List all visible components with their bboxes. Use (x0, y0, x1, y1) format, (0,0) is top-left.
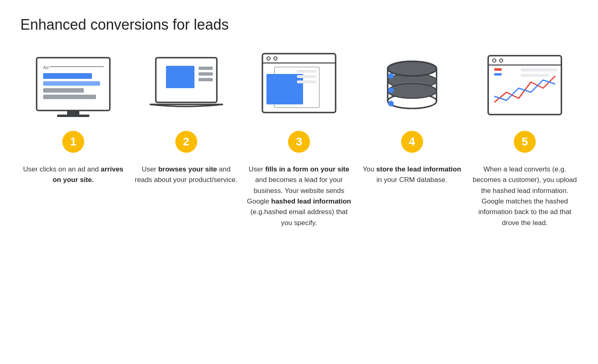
step-4-icon (375, 50, 449, 127)
svg-rect-10 (166, 66, 194, 88)
svg-rect-23 (297, 80, 316, 83)
svg-point-34 (388, 101, 394, 106)
step-2-icon (142, 50, 231, 127)
step-3-icon (254, 50, 344, 127)
step-1-badge: 1 (62, 131, 84, 153)
svg-rect-4 (43, 81, 100, 86)
step-1-text: User clicks on an ad and arrives on your… (20, 164, 126, 186)
svg-rect-21 (297, 70, 316, 73)
svg-point-18 (274, 57, 277, 60)
svg-rect-41 (494, 68, 502, 71)
step-5: 5 When a lead converts (e.g. becomes a c… (472, 50, 578, 228)
step-5-badge: 5 (514, 131, 536, 153)
step-2-text: User browses your site and reads about y… (133, 164, 239, 186)
step-4-badge: 4 (401, 131, 423, 153)
step-5-icon (480, 50, 570, 127)
step-2-badge: 2 (175, 131, 197, 153)
svg-rect-13 (199, 78, 213, 81)
step-5-text: When a lead converts (e.g. becomes a cus… (472, 164, 578, 228)
step-3-text: User fills in a form on your site and be… (246, 164, 352, 228)
svg-rect-11 (199, 67, 213, 70)
svg-rect-22 (297, 75, 316, 78)
svg-point-17 (267, 57, 270, 60)
svg-point-30 (388, 84, 436, 98)
svg-rect-39 (521, 68, 557, 72)
svg-point-38 (500, 59, 503, 62)
step-3-badge: 3 (288, 131, 310, 153)
svg-rect-20 (266, 74, 303, 104)
step-2: 2 User browses your site and reads about… (133, 50, 239, 186)
svg-point-37 (493, 59, 496, 62)
step-1-icon: Ad (28, 50, 118, 127)
svg-rect-6 (43, 95, 96, 99)
svg-point-31 (388, 61, 436, 76)
page-title: Enhanced conversions for leads (20, 16, 578, 33)
svg-rect-42 (494, 73, 502, 76)
svg-rect-3 (43, 73, 92, 79)
step-4-text: You store the lead information in your C… (359, 164, 465, 186)
svg-text:Ad: Ad (43, 65, 48, 70)
step-1: Ad 1 User clicks on an ad and arrives on… (20, 50, 126, 186)
svg-rect-40 (521, 74, 549, 77)
svg-point-33 (388, 87, 394, 93)
steps-container: Ad 1 User clicks on an ad and arrives on… (20, 50, 578, 228)
svg-rect-8 (57, 115, 89, 117)
svg-rect-12 (199, 72, 213, 76)
step-4: 4 You store the lead information in your… (359, 50, 465, 186)
svg-rect-5 (43, 88, 84, 93)
svg-point-32 (388, 73, 394, 79)
step-3: 3 User fills in a form on your site and … (246, 50, 352, 228)
